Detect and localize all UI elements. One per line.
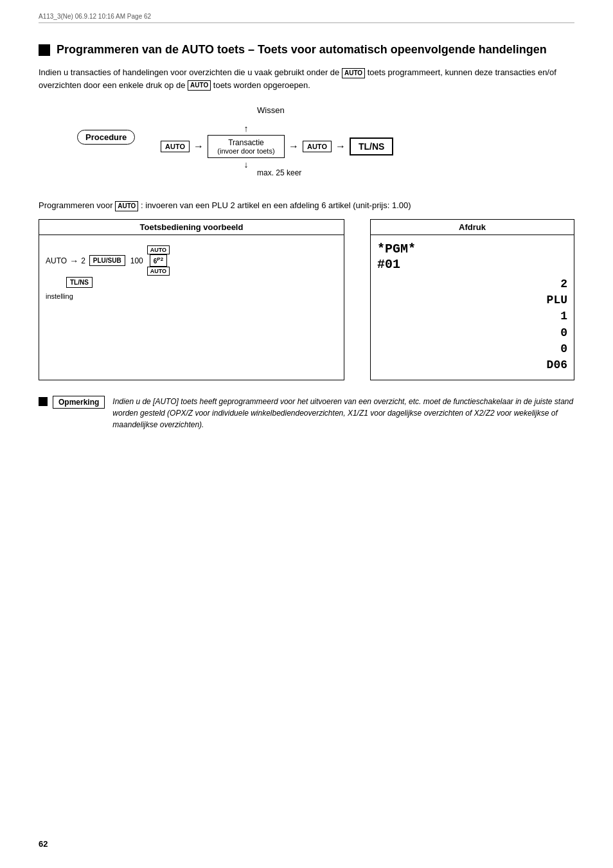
down-arrow: ↓ <box>244 159 248 170</box>
auto-key-1: AUTO <box>161 141 190 152</box>
max-label: max. 25 keer <box>257 168 301 177</box>
page: A113_3(Ne) 06.9.12 10:16 AM Page 62 Prog… <box>0 0 613 868</box>
step1-num: 2 <box>81 256 85 265</box>
page-number: 62 <box>39 839 48 849</box>
auto-key-top: AUTO <box>147 245 170 254</box>
tlns-key-example: TL/NS <box>66 277 93 288</box>
afdruk-2: 2 <box>377 276 567 292</box>
title-text: Programmeren van de AUTO toets – Toets v… <box>57 42 547 57</box>
note-section: Opmerking Indien u de [AUTO] toets heeft… <box>39 396 574 430</box>
header-bar: A113_3(Ne) 06.9.12 10:16 AM Page 62 <box>39 13 574 23</box>
auto-key-inline-1: AUTO <box>342 68 365 78</box>
transactie-box: Transactie (invoer door toets) <box>208 135 285 158</box>
intro-paragraph: Indien u transacties of handelingen voor… <box>39 66 574 91</box>
auto-flow-label: AUTO <box>46 256 67 265</box>
auto-key-2: AUTO <box>303 141 332 152</box>
header-text: A113_3(Ne) 06.9.12 10:16 AM Page 62 <box>39 13 151 20</box>
afdruk-header: Afdruk <box>371 220 574 235</box>
note-label: Opmerking <box>53 396 105 409</box>
afdruk-body: *PGM* #01 2 PLU 1 0 0 D06 <box>371 235 574 380</box>
step2-num: 100 <box>130 256 143 265</box>
afdruk-d06: D06 <box>377 357 567 373</box>
auto-key-bottom: AUTO <box>147 267 170 276</box>
page-title: Programmeren van de AUTO toets – Toets v… <box>39 42 574 57</box>
example-tables: Toetsbediening voorbeeld AUTO → 2 PLU/SU… <box>39 219 574 380</box>
title-square-icon <box>39 44 50 56</box>
key-6: 6P2 <box>150 254 167 267</box>
wissen-label: Wissen <box>257 105 285 115</box>
intro-text-1: Indien u transacties of handelingen voor… <box>39 67 339 77</box>
toetsbediening-header: Toetsbediening voorbeeld <box>39 220 344 235</box>
afdruk-plu: PLU <box>377 292 567 308</box>
afdruk-0a: 0 <box>377 325 567 341</box>
arrow-flow: → <box>69 256 78 266</box>
afdruk-1: 1 <box>377 308 567 324</box>
note-text: Indien u de [AUTO] toets heeft geprogram… <box>112 396 574 430</box>
arrow-3: → <box>335 141 346 152</box>
procedure-label: Procedure <box>77 130 135 145</box>
toetsbediening-table: Toetsbediening voorbeeld AUTO → 2 PLU/SU… <box>39 219 344 380</box>
auto-key-inline-2: AUTO <box>188 80 211 91</box>
auto-key-inline-3: AUTO <box>115 201 138 211</box>
arrow-2: → <box>289 141 299 152</box>
toetsbediening-body: AUTO → 2 PLU/SUB 100 AUTO 6P2 <box>39 235 344 312</box>
afdruk-box: Afdruk *PGM* #01 2 PLU 1 0 0 D06 <box>370 219 574 380</box>
plusub-key: PLU/SUB <box>89 255 125 266</box>
afdruk-0b: 0 <box>377 341 567 357</box>
intro-text-3: toets worden opgeroepen. <box>213 80 310 90</box>
afdruk-01: #01 <box>377 257 567 272</box>
up-arrow: ↑ <box>244 123 248 134</box>
example-intro: Programmeren voor AUTO : invoeren van ee… <box>39 200 574 211</box>
afdruk-pgm: *PGM* <box>377 242 567 257</box>
arrow-1: → <box>193 141 204 152</box>
tlns-key: TL/NS <box>350 137 393 155</box>
diagram-section: Procedure Wissen AUTO → ↑ Transactie <box>39 104 574 188</box>
instelling-label: instelling <box>46 292 73 300</box>
note-square-icon <box>39 397 48 406</box>
